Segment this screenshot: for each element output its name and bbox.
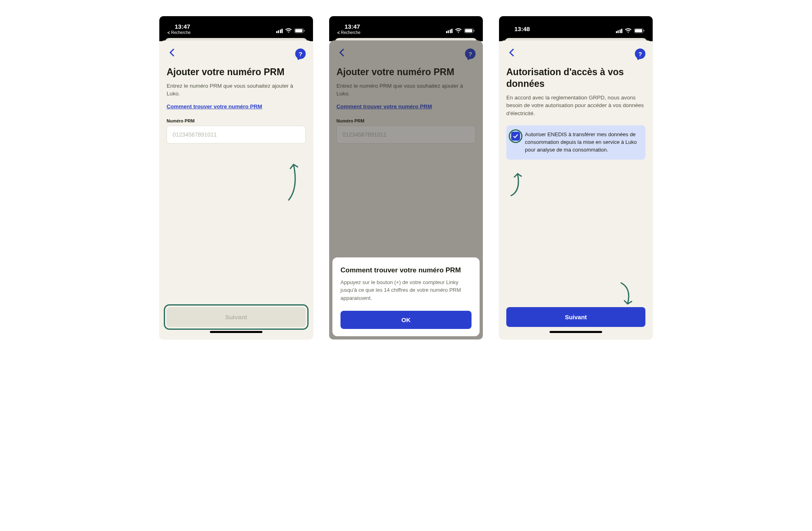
back-to-app[interactable]: Recherche [167,30,190,35]
status-icons [446,28,475,35]
battery-icon [294,28,305,33]
page-title: Autorisation d'accès à vos données [506,66,645,90]
status-icons [616,28,645,35]
svg-rect-5 [474,30,475,32]
consent-text: Autoriser ENEDIS à transférer mes donnée… [525,131,640,154]
modal-title: Comment trouver votre numéro PRM [340,266,472,274]
help-modal: Comment trouver votre numéro PRM Appuyez… [332,257,480,337]
status-time: 13:48 [514,25,530,32]
back-button[interactable] [167,48,177,60]
next-button[interactable]: Suivant [506,307,645,327]
input-label: Numéro PRM [167,118,306,123]
svg-rect-2 [304,30,305,32]
status-bar: 13:47 Recherche [329,16,483,36]
svg-rect-7 [635,29,642,32]
battery-icon [464,28,475,33]
modal-body: Appuyez sur le bouton (+) de votre compt… [340,278,472,302]
page-subtitle: Entrez le numéro PRM que vous souhaitez … [167,82,306,98]
cellular-signal-icon [446,29,453,33]
back-to-app[interactable]: Recherche [337,30,360,35]
status-bar: 13:47 Recherche [159,16,313,36]
status-time: 13:47 [175,23,190,30]
consent-checkbox[interactable] [511,132,520,141]
status-icons [276,28,305,35]
page-subtitle: En accord avec la reglementation GRPD, n… [506,94,645,118]
svg-rect-8 [644,30,645,32]
help-icon[interactable]: ? [295,48,306,59]
next-button[interactable]: Suivant [167,307,306,327]
back-button[interactable] [506,48,516,60]
prm-input[interactable] [167,126,306,143]
phone-screen-2: 13:47 Recherche ? Ajouter votre numéro P… [329,16,483,339]
svg-rect-4 [465,29,472,32]
phone-screen-3: 13:48 ? Autorisation d'accès à vos donné… [499,16,653,339]
consent-box: Autoriser ENEDIS à transférer mes donnée… [506,125,645,160]
svg-rect-1 [295,29,302,32]
status-bar: 13:48 [499,16,653,36]
home-indicator[interactable] [550,331,602,333]
phone-screen-1: 13:47 Recherche ? Ajouter votre numéro P… [159,16,313,339]
annotation-highlight: Suivant [167,307,306,327]
battery-icon [634,28,645,33]
page-title: Ajouter votre numéro PRM [167,66,306,78]
modal-ok-button[interactable]: OK [340,311,472,329]
cellular-signal-icon [276,29,283,33]
status-time: 13:47 [345,23,360,30]
help-link[interactable]: Comment trouver votre numéro PRM [167,103,306,110]
wifi-icon [455,28,462,33]
wifi-icon [625,28,632,33]
wifi-icon [285,28,292,33]
home-indicator[interactable] [210,331,262,333]
help-icon[interactable]: ? [635,48,645,59]
cellular-signal-icon [616,29,623,33]
